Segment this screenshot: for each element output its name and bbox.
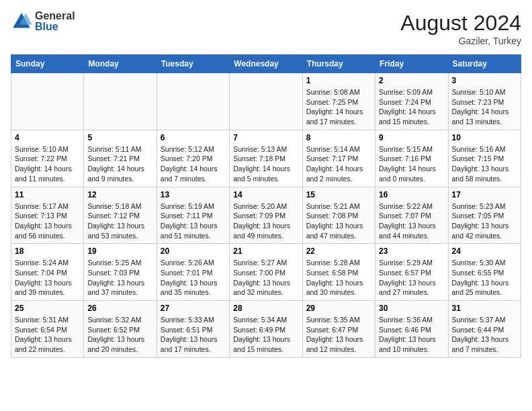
- calendar-week-row: 1Sunrise: 5:08 AM Sunset: 7:25 PM Daylig…: [11, 73, 521, 130]
- calendar-week-row: 4Sunrise: 5:10 AM Sunset: 7:22 PM Daylig…: [11, 130, 521, 187]
- calendar-cell: 16Sunrise: 5:22 AM Sunset: 7:07 PM Dayli…: [375, 187, 448, 244]
- calendar-cell: 9Sunrise: 5:15 AM Sunset: 7:16 PM Daylig…: [375, 130, 448, 187]
- calendar-cell: 3Sunrise: 5:10 AM Sunset: 7:23 PM Daylig…: [448, 73, 521, 130]
- day-info: Sunrise: 5:17 AM Sunset: 7:13 PM Dayligh…: [15, 201, 80, 241]
- logo-icon: [11, 11, 32, 32]
- day-info: Sunrise: 5:29 AM Sunset: 6:57 PM Dayligh…: [379, 258, 444, 298]
- day-info: Sunrise: 5:25 AM Sunset: 7:03 PM Dayligh…: [87, 258, 152, 298]
- weekday-header: Saturday: [448, 55, 521, 73]
- weekday-header: Thursday: [302, 55, 375, 73]
- calendar-cell: 12Sunrise: 5:18 AM Sunset: 7:12 PM Dayli…: [84, 187, 157, 244]
- calendar-cell: 23Sunrise: 5:29 AM Sunset: 6:57 PM Dayli…: [375, 244, 448, 301]
- calendar-cell: 8Sunrise: 5:14 AM Sunset: 7:17 PM Daylig…: [302, 130, 375, 187]
- day-number: 28: [233, 304, 298, 313]
- day-info: Sunrise: 5:10 AM Sunset: 7:22 PM Dayligh…: [15, 144, 80, 184]
- day-number: 25: [15, 304, 80, 313]
- day-info: Sunrise: 5:36 AM Sunset: 6:46 PM Dayligh…: [379, 315, 444, 355]
- day-info: Sunrise: 5:12 AM Sunset: 7:20 PM Dayligh…: [161, 144, 226, 184]
- day-number: 12: [87, 190, 152, 199]
- day-info: Sunrise: 5:33 AM Sunset: 6:51 PM Dayligh…: [161, 315, 226, 355]
- day-info: Sunrise: 5:22 AM Sunset: 7:07 PM Dayligh…: [379, 201, 444, 241]
- logo-general: General: [35, 11, 75, 21]
- day-number: 19: [87, 246, 152, 256]
- day-number: 2: [379, 76, 444, 85]
- day-number: 1: [306, 76, 371, 85]
- day-info: Sunrise: 5:27 AM Sunset: 7:00 PM Dayligh…: [233, 258, 298, 298]
- day-info: Sunrise: 5:16 AM Sunset: 7:15 PM Dayligh…: [452, 144, 517, 184]
- day-number: 3: [452, 76, 517, 85]
- calendar-cell: 29Sunrise: 5:35 AM Sunset: 6:47 PM Dayli…: [302, 301, 375, 358]
- calendar-cell: 4Sunrise: 5:10 AM Sunset: 7:22 PM Daylig…: [11, 130, 84, 187]
- calendar-cell: 24Sunrise: 5:30 AM Sunset: 6:55 PM Dayli…: [448, 244, 521, 301]
- logo-text: General Blue: [35, 11, 75, 32]
- calendar-cell: 20Sunrise: 5:26 AM Sunset: 7:01 PM Dayli…: [157, 244, 229, 301]
- day-number: 15: [306, 190, 371, 199]
- calendar-cell: 10Sunrise: 5:16 AM Sunset: 7:15 PM Dayli…: [448, 130, 521, 187]
- location: Gaziler, Turkey: [400, 36, 521, 46]
- calendar-cell: 15Sunrise: 5:21 AM Sunset: 7:08 PM Dayli…: [302, 187, 375, 244]
- day-info: Sunrise: 5:09 AM Sunset: 7:24 PM Dayligh…: [379, 87, 444, 127]
- day-number: 20: [161, 246, 226, 256]
- calendar-cell: 1Sunrise: 5:08 AM Sunset: 7:25 PM Daylig…: [302, 73, 375, 130]
- day-info: Sunrise: 5:31 AM Sunset: 6:54 PM Dayligh…: [15, 315, 80, 355]
- calendar-cell: 22Sunrise: 5:28 AM Sunset: 6:58 PM Dayli…: [302, 244, 375, 301]
- day-number: 31: [452, 304, 517, 313]
- calendar-cell: 27Sunrise: 5:33 AM Sunset: 6:51 PM Dayli…: [157, 301, 229, 358]
- day-number: 27: [161, 304, 226, 313]
- calendar-cell: 26Sunrise: 5:32 AM Sunset: 6:52 PM Dayli…: [84, 301, 157, 358]
- page-header: General Blue August 2024 Gaziler, Turkey: [11, 11, 521, 46]
- day-info: Sunrise: 5:34 AM Sunset: 6:49 PM Dayligh…: [233, 315, 298, 355]
- weekday-header: Friday: [375, 55, 448, 73]
- day-number: 9: [379, 133, 444, 142]
- day-info: Sunrise: 5:14 AM Sunset: 7:17 PM Dayligh…: [306, 144, 371, 184]
- day-number: 23: [379, 246, 444, 256]
- day-info: Sunrise: 5:30 AM Sunset: 6:55 PM Dayligh…: [452, 258, 517, 298]
- calendar-cell: 11Sunrise: 5:17 AM Sunset: 7:13 PM Dayli…: [11, 187, 84, 244]
- weekday-header: Sunday: [11, 55, 84, 73]
- calendar-cell: [230, 73, 302, 130]
- day-number: 5: [87, 133, 152, 142]
- month-year: August 2024: [400, 11, 521, 36]
- day-info: Sunrise: 5:26 AM Sunset: 7:01 PM Dayligh…: [161, 258, 226, 298]
- calendar-cell: 5Sunrise: 5:11 AM Sunset: 7:21 PM Daylig…: [84, 130, 157, 187]
- day-number: 4: [15, 133, 80, 142]
- calendar-cell: 6Sunrise: 5:12 AM Sunset: 7:20 PM Daylig…: [157, 130, 229, 187]
- day-number: 29: [306, 304, 371, 313]
- day-number: 13: [161, 190, 226, 199]
- day-number: 16: [379, 190, 444, 199]
- calendar-cell: 31Sunrise: 5:37 AM Sunset: 6:44 PM Dayli…: [448, 301, 521, 358]
- day-number: 6: [161, 133, 226, 142]
- calendar-cell: [84, 73, 157, 130]
- day-number: 10: [452, 133, 517, 142]
- logo: General Blue: [11, 11, 75, 32]
- title-area: August 2024 Gaziler, Turkey: [400, 11, 521, 46]
- day-info: Sunrise: 5:21 AM Sunset: 7:08 PM Dayligh…: [306, 201, 371, 241]
- weekday-header: Wednesday: [230, 55, 302, 73]
- day-number: 21: [233, 246, 298, 256]
- weekday-header: Monday: [84, 55, 157, 73]
- day-number: 24: [452, 246, 517, 256]
- calendar-table: SundayMondayTuesdayWednesdayThursdayFrid…: [11, 54, 521, 358]
- calendar-week-row: 18Sunrise: 5:24 AM Sunset: 7:04 PM Dayli…: [11, 244, 521, 301]
- day-info: Sunrise: 5:11 AM Sunset: 7:21 PM Dayligh…: [87, 144, 152, 184]
- calendar-cell: 13Sunrise: 5:19 AM Sunset: 7:11 PM Dayli…: [157, 187, 229, 244]
- day-number: 14: [233, 190, 298, 199]
- weekday-header: Tuesday: [157, 55, 229, 73]
- day-number: 8: [306, 133, 371, 142]
- calendar-cell: 14Sunrise: 5:20 AM Sunset: 7:09 PM Dayli…: [230, 187, 302, 244]
- calendar-cell: 19Sunrise: 5:25 AM Sunset: 7:03 PM Dayli…: [84, 244, 157, 301]
- day-number: 17: [452, 190, 517, 199]
- weekday-header-row: SundayMondayTuesdayWednesdayThursdayFrid…: [11, 55, 521, 73]
- calendar-cell: 28Sunrise: 5:34 AM Sunset: 6:49 PM Dayli…: [230, 301, 302, 358]
- calendar-cell: [157, 73, 229, 130]
- day-info: Sunrise: 5:13 AM Sunset: 7:18 PM Dayligh…: [233, 144, 298, 184]
- day-info: Sunrise: 5:18 AM Sunset: 7:12 PM Dayligh…: [87, 201, 152, 241]
- day-info: Sunrise: 5:28 AM Sunset: 6:58 PM Dayligh…: [306, 258, 371, 298]
- day-info: Sunrise: 5:19 AM Sunset: 7:11 PM Dayligh…: [161, 201, 226, 241]
- calendar-cell: 18Sunrise: 5:24 AM Sunset: 7:04 PM Dayli…: [11, 244, 84, 301]
- logo-blue: Blue: [35, 21, 75, 32]
- day-number: 11: [15, 190, 80, 199]
- day-info: Sunrise: 5:35 AM Sunset: 6:47 PM Dayligh…: [306, 315, 371, 355]
- calendar-cell: 7Sunrise: 5:13 AM Sunset: 7:18 PM Daylig…: [230, 130, 302, 187]
- calendar-cell: 30Sunrise: 5:36 AM Sunset: 6:46 PM Dayli…: [375, 301, 448, 358]
